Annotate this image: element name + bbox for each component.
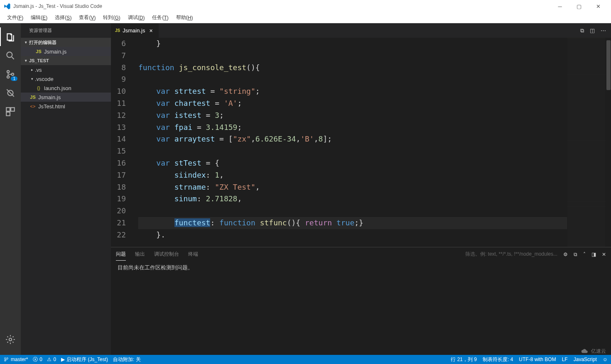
status-branch[interactable]: master*: [3, 357, 28, 362]
section-label: JS_TEST: [29, 58, 49, 63]
panel-tab-output[interactable]: 输出: [135, 248, 145, 260]
svg-point-3: [12, 73, 14, 75]
titlebar: Jsmain.js - Js_Test - Visual Studio Code…: [0, 0, 611, 12]
file-launch-json[interactable]: {}launch.json: [21, 83, 111, 93]
file-label: launch.json: [44, 85, 71, 91]
scm-badge: 1: [11, 76, 17, 81]
sidebar: 资源管理器 ▾打开的编辑器 JSJsmain.js ▾JS_TEST ▸.vs …: [21, 23, 111, 355]
menu-t[interactable]: 任务(T): [148, 12, 172, 23]
maximize-button[interactable]: ▢: [569, 0, 589, 12]
status-bar: master* ⓧ0 ⚠0 ▶ 启动程序 (Js_Test) 自动附加: 关 行…: [0, 355, 611, 364]
explorer-tab[interactable]: [0, 27, 21, 46]
panel-tab-debug-console[interactable]: 调试控制台: [154, 248, 179, 260]
open-editor-item[interactable]: JSJsmain.js: [21, 47, 111, 56]
collapse-icon[interactable]: ⧉: [574, 252, 577, 257]
bug-icon: [5, 88, 16, 98]
menu-g[interactable]: 转到(G): [99, 12, 124, 23]
js-icon: JS: [35, 49, 42, 54]
tab-label: Jsmain.js: [123, 27, 145, 34]
svg-point-1: [7, 70, 9, 72]
cloud-icon: [581, 347, 589, 355]
minimap[interactable]: [567, 38, 605, 247]
feedback-icon[interactable]: ☺: [603, 356, 608, 363]
watermark: 亿速云: [581, 347, 606, 355]
folder-vscode[interactable]: ▾.vscode: [21, 74, 111, 83]
status-problems[interactable]: ⓧ0 ⚠0: [33, 356, 56, 363]
panel-body: 目前尚未在工作区检测到问题。: [111, 261, 611, 275]
panel-tab-problems[interactable]: 问题: [116, 248, 126, 261]
svg-point-8: [9, 338, 12, 341]
vscode-logo-icon: [3, 2, 11, 10]
sidebar-title: 资源管理器: [21, 23, 111, 38]
extensions-icon: [5, 106, 16, 117]
split-editor-icon[interactable]: ◫: [590, 27, 595, 34]
status-cursor[interactable]: 行 21，列 9: [451, 356, 477, 363]
json-icon: {}: [35, 86, 42, 90]
menubar: 文件(F)编辑(E)选择(S)查看(V)转到(G)调试(D)任务(T)帮助(H): [0, 12, 611, 23]
menu-h[interactable]: 帮助(H): [172, 12, 197, 23]
workspace-section[interactable]: ▾JS_TEST: [21, 56, 111, 65]
status-attach[interactable]: 自动附加: 关: [113, 356, 141, 363]
svg-rect-6: [11, 107, 15, 111]
svg-rect-7: [6, 112, 10, 116]
search-tab[interactable]: [0, 46, 21, 65]
source-control-tab[interactable]: 1: [0, 65, 21, 83]
close-button[interactable]: ✕: [589, 0, 608, 12]
close-panel-icon[interactable]: ✕: [602, 252, 606, 257]
status-launch[interactable]: ▶ 启动程序 (Js_Test): [61, 356, 108, 363]
gear-icon: [5, 334, 16, 345]
js-icon: JS: [115, 28, 120, 33]
folder-vs[interactable]: ▸.vs: [21, 65, 111, 74]
settings-button[interactable]: [0, 330, 21, 349]
editor-area: JS Jsmain.js × ⧉ ◫ ⋯ 6789101112131415161…: [111, 23, 611, 355]
section-label: 打开的编辑器: [29, 39, 56, 46]
menu-f[interactable]: 文件(F): [3, 12, 27, 23]
debug-tab[interactable]: [0, 83, 21, 102]
svg-point-2: [7, 76, 9, 78]
menu-v[interactable]: 查看(V): [75, 12, 99, 23]
html-icon: <>: [29, 104, 37, 109]
panel-filter[interactable]: 筛选。例: text, **/*.ts, !**/node_modules...: [465, 251, 557, 258]
editor-tab[interactable]: JS Jsmain.js ×: [111, 23, 159, 38]
file-jsmain[interactable]: JSJsmain.js: [21, 93, 111, 102]
file-label: Jsmain.js: [44, 49, 66, 55]
activity-bar: 1: [0, 23, 21, 355]
chevron-down-icon: ▾: [22, 40, 29, 44]
folder-label: .vscode: [35, 76, 54, 82]
branch-icon: [3, 357, 9, 362]
close-tab-icon[interactable]: ×: [147, 27, 154, 34]
status-encoding[interactable]: UTF-8 with BOM: [519, 356, 556, 363]
minimize-button[interactable]: ─: [550, 0, 569, 12]
menu-s[interactable]: 选择(S): [51, 12, 75, 23]
chevron-down-icon: ▾: [29, 77, 35, 81]
bottom-panel: 问题 输出 调试控制台 终端 筛选。例: text, **/*.ts, !**/…: [111, 247, 611, 355]
status-eol[interactable]: LF: [562, 356, 568, 363]
panel-tab-terminal[interactable]: 终端: [188, 248, 198, 260]
status-language[interactable]: JavaScript: [574, 356, 597, 363]
tab-bar: JS Jsmain.js × ⧉ ◫ ⋯: [111, 23, 611, 38]
file-label: Jsmain.js: [38, 94, 61, 100]
code-editor[interactable]: 678910111213141516171819202122 } functio…: [111, 38, 567, 247]
status-tabsize[interactable]: 制表符长度: 4: [483, 356, 513, 363]
menu-d[interactable]: 调试(D): [124, 12, 149, 23]
menu-e[interactable]: 编辑(E): [27, 12, 51, 23]
search-icon: [5, 50, 16, 61]
js-icon: JS: [29, 95, 37, 100]
chevron-right-icon: ▸: [29, 68, 35, 72]
open-editors-section[interactable]: ▾打开的编辑器: [21, 38, 111, 47]
compare-icon[interactable]: ⧉: [580, 27, 584, 34]
file-label: JsTest.html: [38, 103, 65, 110]
svg-rect-5: [6, 107, 10, 111]
maximize-panel-icon[interactable]: ◨: [591, 252, 596, 257]
extensions-tab[interactable]: [0, 102, 21, 121]
folder-label: .vs: [35, 67, 42, 73]
chevron-down-icon: ▾: [22, 59, 29, 63]
editor-scrollbar[interactable]: [605, 38, 611, 247]
window-title: Jsmain.js - Js_Test - Visual Studio Code: [13, 3, 102, 9]
file-jstest-html[interactable]: <>JsTest.html: [21, 102, 111, 111]
more-icon[interactable]: ⋯: [601, 27, 606, 34]
files-icon: [5, 32, 16, 42]
chevron-up-icon[interactable]: ˄: [583, 252, 586, 257]
gear-icon[interactable]: ⚙: [563, 252, 568, 257]
svg-point-0: [7, 52, 12, 57]
